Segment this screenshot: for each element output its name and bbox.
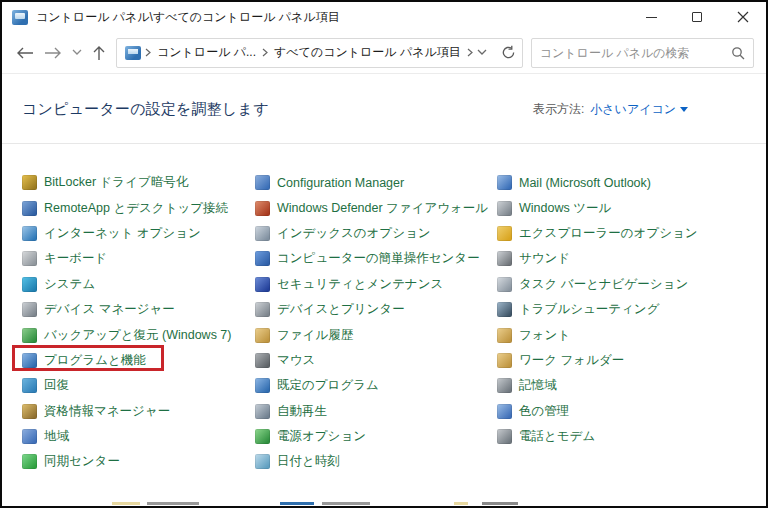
control-panel-item[interactable]: デバイス マネージャー bbox=[22, 297, 175, 322]
control-panel-item[interactable]: タスク バーとナビゲーション bbox=[497, 272, 688, 297]
control-panel-item[interactable]: 資格情報マネージャー bbox=[22, 399, 170, 424]
devices-printers-icon bbox=[255, 302, 270, 317]
control-panel-item[interactable]: コンピューターの簡単操作センター bbox=[255, 246, 480, 271]
titlebar: コントロール パネル\すべてのコントロール パネル項目 bbox=[2, 2, 766, 32]
control-panel-item[interactable]: RemoteApp とデスクトップ接続 bbox=[22, 195, 228, 220]
items-column-1: BitLocker ドライブ暗号化RemoteApp とデスクトップ接続インター… bbox=[22, 170, 255, 475]
item-label: Windows Defender ファイアウォール bbox=[277, 200, 488, 217]
item-label: タスク バーとナビゲーション bbox=[519, 276, 688, 293]
item-label: 地域 bbox=[44, 428, 69, 445]
control-panel-item[interactable]: 自動再生 bbox=[255, 399, 327, 424]
control-panel-item[interactable]: 電源オプション bbox=[255, 424, 366, 449]
control-panel-item[interactable]: ファイル履歴 bbox=[255, 322, 353, 347]
forward-arrow-icon bbox=[44, 46, 62, 60]
chevron-down-icon bbox=[72, 49, 82, 56]
view-by-dropdown[interactable]: 小さいアイコン bbox=[590, 101, 688, 118]
breadcrumb-control-panel-icon bbox=[125, 46, 141, 60]
breadcrumb-current[interactable]: すべてのコントロール パネル項目 bbox=[272, 40, 463, 65]
close-icon bbox=[737, 11, 749, 23]
control-panel-item[interactable]: トラブルシューティング bbox=[497, 297, 659, 322]
item-label: 電話とモデム bbox=[519, 428, 595, 445]
control-panel-item[interactable]: 記憶域 bbox=[497, 373, 557, 398]
control-panel-item[interactable]: 電話とモデム bbox=[497, 424, 595, 449]
item-label: エクスプローラーのオプション bbox=[519, 225, 698, 242]
troubleshooting-icon bbox=[497, 302, 512, 317]
control-panel-item[interactable]: Mail (Microsoft Outlook) bbox=[497, 170, 651, 195]
item-label: プログラムと機能 bbox=[44, 352, 146, 369]
search-icon bbox=[731, 46, 745, 60]
address-dropdown-button[interactable] bbox=[477, 49, 487, 56]
system-icon bbox=[22, 277, 37, 292]
close-button[interactable] bbox=[720, 2, 766, 32]
color-management-icon bbox=[497, 404, 512, 419]
control-panel-item[interactable]: ワーク フォルダー bbox=[497, 348, 624, 373]
up-button[interactable] bbox=[92, 45, 106, 61]
control-panel-item[interactable]: Windows Defender ファイアウォール bbox=[255, 195, 488, 220]
items-column-2: Configuration ManagerWindows Defender ファ… bbox=[255, 170, 497, 475]
configuration-manager-icon bbox=[255, 175, 270, 190]
recent-pages-button[interactable] bbox=[72, 49, 82, 56]
control-panel-item[interactable]: 同期センター bbox=[22, 449, 120, 474]
control-panel-item[interactable]: マウス bbox=[255, 348, 315, 373]
control-panel-window: コントロール パネル\すべてのコントロール パネル項目 コントロー bbox=[0, 0, 768, 508]
control-panel-item[interactable]: セキュリティとメンテナンス bbox=[255, 272, 443, 297]
breadcrumb-separator-icon bbox=[463, 48, 477, 57]
control-panel-item[interactable]: 色の管理 bbox=[497, 399, 569, 424]
control-panel-item[interactable]: Windows ツール bbox=[497, 195, 611, 220]
breadcrumb-separator-icon bbox=[258, 48, 272, 57]
search-box[interactable] bbox=[531, 38, 754, 68]
maximize-button[interactable] bbox=[674, 2, 720, 32]
item-label: セキュリティとメンテナンス bbox=[277, 276, 443, 293]
search-input[interactable] bbox=[540, 46, 731, 60]
control-panel-item[interactable]: サウンド bbox=[497, 246, 570, 271]
item-label: Windows ツール bbox=[519, 200, 611, 217]
mouse-icon bbox=[255, 353, 270, 368]
control-panel-item[interactable]: 回復 bbox=[22, 373, 69, 398]
control-panel-item[interactable]: デバイスとプリンター bbox=[255, 297, 405, 322]
item-label: コンピューターの簡単操作センター bbox=[277, 250, 480, 267]
up-arrow-icon bbox=[92, 45, 106, 61]
address-bar[interactable]: コントロール パ... すべてのコントロール パネル項目 bbox=[116, 38, 523, 68]
chevron-down-icon bbox=[680, 107, 688, 112]
control-panel-item[interactable]: インターネット オプション bbox=[22, 221, 201, 246]
refresh-button[interactable] bbox=[501, 45, 516, 60]
chevron-down-icon bbox=[477, 49, 487, 56]
item-label: 既定のプログラム bbox=[277, 377, 379, 394]
bitlocker-icon bbox=[22, 175, 37, 190]
control-panel-item[interactable]: Configuration Manager bbox=[255, 170, 404, 195]
item-label: トラブルシューティング bbox=[519, 301, 659, 318]
control-panel-item[interactable]: キーボード bbox=[22, 246, 107, 271]
maximize-icon bbox=[692, 12, 702, 22]
control-panel-item[interactable]: バックアップと復元 (Windows 7) bbox=[22, 322, 231, 347]
control-panel-item[interactable]: 地域 bbox=[22, 424, 69, 449]
item-label: 自動再生 bbox=[277, 403, 327, 420]
breadcrumb-root[interactable]: コントロール パ... bbox=[155, 40, 258, 65]
region-icon bbox=[22, 429, 37, 444]
internet-options-icon bbox=[22, 226, 37, 241]
item-label: Mail (Microsoft Outlook) bbox=[519, 176, 651, 190]
storage-spaces-icon bbox=[497, 378, 512, 393]
control-panel-item[interactable]: システム bbox=[22, 272, 95, 297]
control-panel-item[interactable]: 日付と時刻 bbox=[255, 449, 340, 474]
item-label: ファイル履歴 bbox=[277, 327, 353, 344]
security-maintenance-icon bbox=[255, 277, 270, 292]
item-label: インターネット オプション bbox=[44, 225, 201, 242]
backup-restore-icon bbox=[22, 328, 37, 343]
sound-icon bbox=[497, 251, 512, 266]
control-panel-item[interactable]: BitLocker ドライブ暗号化 bbox=[22, 170, 188, 195]
sync-center-icon bbox=[22, 454, 37, 469]
back-button[interactable] bbox=[16, 46, 34, 60]
item-label: システム bbox=[44, 276, 95, 293]
minimize-button[interactable] bbox=[628, 2, 674, 32]
item-label: Configuration Manager bbox=[277, 176, 404, 190]
breadcrumb-separator-icon bbox=[141, 48, 155, 57]
item-label: RemoteApp とデスクトップ接続 bbox=[44, 200, 228, 217]
forward-button[interactable] bbox=[44, 46, 62, 60]
control-panel-item[interactable]: エクスプローラーのオプション bbox=[497, 221, 698, 246]
minimize-icon bbox=[646, 17, 657, 18]
control-panel-item[interactable]: プログラムと機能 bbox=[22, 348, 146, 373]
control-panel-item[interactable]: 既定のプログラム bbox=[255, 373, 379, 398]
control-panel-item[interactable]: フォント bbox=[497, 322, 570, 347]
control-panel-item[interactable]: インデックスのオプション bbox=[255, 221, 431, 246]
taskbar-icon bbox=[497, 277, 512, 292]
